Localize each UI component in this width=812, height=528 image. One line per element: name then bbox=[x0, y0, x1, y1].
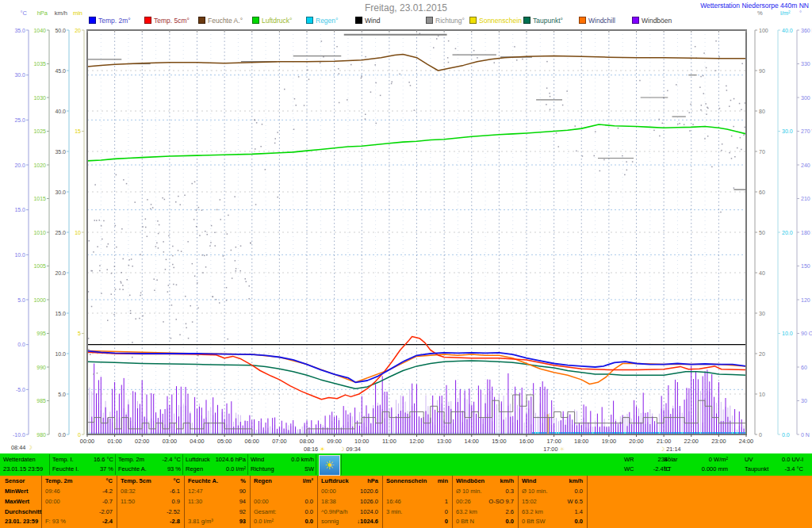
legend-label: Windböen bbox=[642, 17, 672, 25]
svg-text:40.0: 40.0 bbox=[55, 109, 66, 114]
stats-min-value: 90 bbox=[174, 488, 246, 495]
axis-lm2: 0.010.020.030.040.0l/m² bbox=[778, 10, 793, 438]
legend-label: Wind bbox=[365, 17, 380, 25]
svg-text:240: 240 bbox=[801, 163, 810, 168]
svg-text:21:00: 21:00 bbox=[657, 438, 671, 445]
stats-col-unit: % bbox=[174, 477, 246, 484]
stats-min-value: 0.0 bbox=[511, 488, 583, 495]
status-separator bbox=[316, 454, 316, 475]
moonset-corner-annotation: 08:44 ☽ bbox=[11, 444, 33, 451]
legend-item-windb-en[interactable]: Windböen bbox=[632, 17, 672, 25]
svg-text:120: 120 bbox=[801, 297, 810, 303]
svg-text:13:00: 13:00 bbox=[437, 438, 451, 445]
svg-text:02:00: 02:00 bbox=[135, 438, 149, 445]
svg-text:10.0: 10.0 bbox=[55, 351, 66, 357]
status-separator bbox=[49, 454, 50, 475]
legend-item-richtung-[interactable]: Richtung° bbox=[426, 17, 465, 25]
svg-text:24:00: 24:00 bbox=[739, 438, 753, 445]
axis-kmh: 0.05.010.015.020.025.030.035.040.045.050… bbox=[55, 10, 69, 438]
legend-item-windchill[interactable]: Windchill bbox=[579, 17, 615, 25]
legend-label: Sonnenschein bbox=[479, 17, 522, 25]
legend-label: Regen° bbox=[316, 17, 338, 25]
svg-text:1020: 1020 bbox=[33, 163, 46, 168]
chart-legend: Temp. 2m°Temp. 5cm°Feuchte A.°Luftdruck°… bbox=[0, 0, 812, 27]
stats-avg-value: 92 bbox=[174, 508, 246, 515]
svg-text:17:00: 17:00 bbox=[546, 438, 561, 445]
svg-text:1035: 1035 bbox=[33, 61, 46, 67]
legend-item-feuchte-a-[interactable]: Feuchte A.° bbox=[198, 17, 243, 25]
svg-text:70: 70 bbox=[759, 149, 765, 155]
svg-text:08:00: 08:00 bbox=[300, 438, 314, 445]
status-value: SW bbox=[219, 465, 314, 473]
svg-text:995: 995 bbox=[36, 331, 46, 336]
svg-text:100: 100 bbox=[759, 28, 768, 33]
stats-cur-value: -2.8 bbox=[109, 518, 180, 525]
stats-col-unit: °C bbox=[41, 477, 113, 484]
svg-text:15.0: 15.0 bbox=[14, 207, 25, 212]
svg-text:300: 300 bbox=[801, 95, 810, 101]
svg-text:12:00: 12:00 bbox=[409, 438, 423, 445]
svg-text:360 N: 360 N bbox=[801, 28, 812, 33]
legend-swatch bbox=[144, 17, 151, 24]
legend-swatch bbox=[579, 17, 586, 24]
stats-max-value: 0.9 bbox=[109, 498, 180, 505]
stats-row-label: MinWert bbox=[5, 488, 28, 495]
svg-text:10:00: 10:00 bbox=[354, 438, 369, 445]
legend-item-sonnenschein[interactable]: Sonnenschein bbox=[469, 17, 522, 25]
legend-swatch bbox=[632, 17, 639, 24]
svg-text:01:00: 01:00 bbox=[107, 438, 121, 445]
svg-text:0.0: 0.0 bbox=[17, 342, 25, 347]
svg-text:180 S: 180 S bbox=[801, 230, 812, 235]
svg-text:20.0: 20.0 bbox=[782, 230, 793, 235]
svg-text:07:00: 07:00 bbox=[272, 438, 286, 445]
legend-label: Taupunkt° bbox=[533, 17, 563, 25]
svg-text:40: 40 bbox=[759, 270, 765, 276]
svg-text:90 O: 90 O bbox=[801, 331, 812, 336]
stats-avg-value: 0.0 bbox=[242, 508, 313, 515]
svg-text:-10.0: -10.0 bbox=[13, 432, 25, 438]
stats-max-value: O-SO 9.7 bbox=[442, 498, 514, 505]
svg-text:150: 150 bbox=[801, 263, 810, 269]
svg-text:30.0: 30.0 bbox=[55, 189, 66, 195]
stats-separator bbox=[382, 476, 383, 528]
sun-moon-annotation: 08:16 ☀ bbox=[304, 446, 325, 453]
svg-text:23:00: 23:00 bbox=[711, 438, 726, 445]
legend-label: Richtung° bbox=[435, 17, 465, 25]
axis-degC: -10.0-5.00.05.010.015.020.025.030.035.0°… bbox=[13, 10, 29, 438]
svg-text:1005: 1005 bbox=[33, 263, 46, 269]
legend-item-luftdruck-[interactable]: Luftdruck° bbox=[252, 17, 292, 25]
svg-text:990: 990 bbox=[36, 365, 46, 370]
stats-separator bbox=[184, 476, 185, 528]
svg-text:25.0: 25.0 bbox=[14, 117, 25, 123]
stats-cur-value: 0.0 bbox=[511, 518, 583, 525]
svg-text:5.0: 5.0 bbox=[17, 297, 25, 303]
svg-text:1010: 1010 bbox=[33, 230, 46, 235]
svg-text:22:00: 22:00 bbox=[684, 438, 699, 445]
legend-item-temp-5cm-[interactable]: Temp. 5cm° bbox=[144, 17, 190, 25]
legend-item-wind[interactable]: Wind bbox=[355, 17, 380, 25]
stats-avg-value: -2.52 bbox=[109, 508, 180, 515]
svg-text:06:00: 06:00 bbox=[245, 438, 259, 445]
svg-text:270 W: 270 W bbox=[801, 128, 812, 134]
svg-text:10.0: 10.0 bbox=[14, 252, 25, 258]
status-value: 0.0 km/h bbox=[219, 456, 314, 463]
stats-col-unit: °C bbox=[109, 477, 180, 484]
svg-text:14:00: 14:00 bbox=[465, 438, 479, 445]
svg-text:0: 0 bbox=[78, 432, 81, 438]
stats-avg-value: -2.07 bbox=[41, 508, 113, 515]
svg-text:05:00: 05:00 bbox=[217, 438, 232, 445]
svg-text:0.0: 0.0 bbox=[782, 432, 790, 438]
status-bar: Wetterdaten23.01.15 23:59Temp. I.16.6 °C… bbox=[0, 453, 812, 476]
legend-item-taupunkt-[interactable]: Taupunkt° bbox=[523, 17, 563, 25]
sun-moon-annotation: ☽ 21:14 bbox=[660, 446, 681, 453]
status-separator bbox=[247, 454, 248, 475]
svg-text:0.0: 0.0 bbox=[58, 432, 66, 438]
x-axis-labels: 00:0001:0002:0003:0004:0005:0006:0007:00… bbox=[11, 438, 753, 453]
svg-text:30.0: 30.0 bbox=[14, 72, 25, 78]
svg-text:1000: 1000 bbox=[33, 297, 46, 303]
svg-text:45.0: 45.0 bbox=[55, 68, 66, 74]
svg-text:980: 980 bbox=[36, 432, 46, 438]
legend-item-temp-2m-[interactable]: Temp. 2m° bbox=[89, 17, 131, 25]
legend-item-regen-[interactable]: Regen° bbox=[306, 17, 338, 25]
svg-text:20: 20 bbox=[759, 351, 765, 357]
